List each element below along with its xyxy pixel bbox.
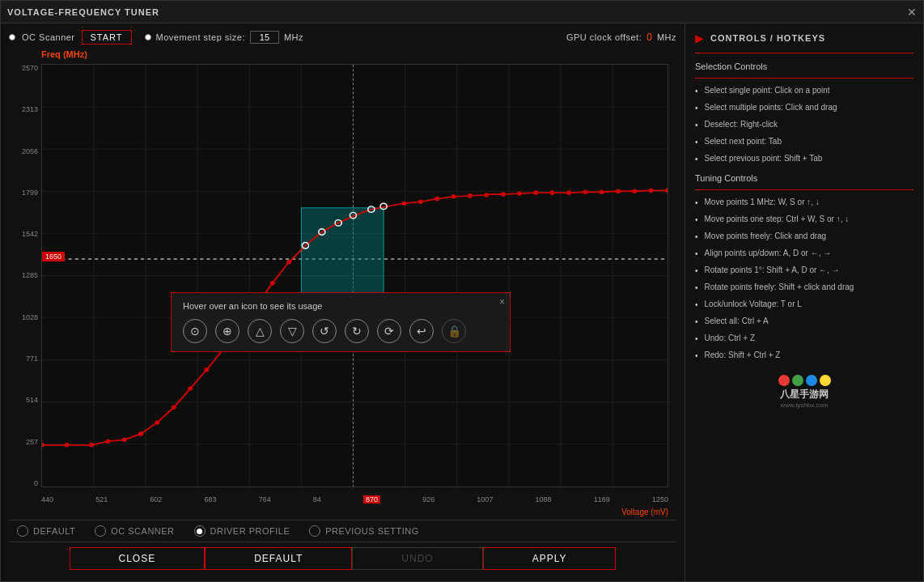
ht10-label: Redo: bbox=[705, 350, 727, 359]
tooltip-icon-up[interactable]: ⊙ bbox=[183, 319, 207, 343]
svg-point-32 bbox=[204, 367, 209, 372]
svg-point-30 bbox=[172, 406, 176, 410]
radio-prev-label: PREVIOUS SETTING bbox=[325, 526, 419, 536]
tooltip-icon-triangle-up[interactable]: △ bbox=[248, 319, 272, 343]
window-title: VOLTAGE-FREQUENCY TUNER bbox=[7, 7, 159, 17]
radio-default-circle bbox=[17, 525, 28, 537]
default-button[interactable]: DEFAULT bbox=[205, 547, 352, 570]
radio-oc-scanner[interactable]: OC SCANNER bbox=[95, 525, 174, 537]
x-label-440: 440 bbox=[41, 495, 53, 503]
top-controls: OC Scanner START Movement step size: MHz… bbox=[9, 30, 676, 45]
tooltip-title: Hover over an icon to see its usage bbox=[183, 301, 498, 311]
main-window: VOLTAGE-FREQUENCY TUNER ✕ OC Scanner STA… bbox=[0, 0, 924, 582]
y-label-1799: 1799 bbox=[22, 189, 38, 197]
watermark-site-name: 八星手游网 bbox=[780, 388, 829, 401]
svg-point-26 bbox=[105, 439, 110, 444]
x-label-1007: 1007 bbox=[477, 495, 493, 503]
y-label-2313: 2313 bbox=[22, 105, 38, 113]
main-area: OC Scanner START Movement step size: MHz… bbox=[1, 23, 923, 581]
apply-button[interactable]: APPLY bbox=[483, 547, 617, 570]
hs3-label: Deselect: bbox=[705, 120, 739, 129]
chart-container: Freq (MHz) bbox=[9, 49, 676, 520]
svg-point-23 bbox=[42, 443, 45, 448]
y-label-1542: 1542 bbox=[22, 230, 38, 238]
step-dot bbox=[145, 34, 151, 40]
svg-point-36 bbox=[270, 281, 275, 286]
radio-default-label: DEFAULT bbox=[33, 526, 75, 536]
gpu-offset-row: GPU clock offset: 0 MHz bbox=[566, 32, 676, 43]
tooltip-close-button[interactable]: × bbox=[499, 296, 505, 308]
svg-point-54 bbox=[566, 190, 571, 195]
x-label-870-highlight: 870 bbox=[363, 495, 380, 503]
radio-oc-label: OC SCANNER bbox=[111, 526, 174, 536]
hs5-label: Select previous point: bbox=[705, 154, 782, 163]
radio-previous-setting[interactable]: PREVIOUS SETTING bbox=[309, 525, 419, 537]
x-label-84: 84 bbox=[313, 495, 321, 503]
tooltip-icon-rotate-cw[interactable]: ↻ bbox=[345, 319, 369, 343]
x-label-1250: 1250 bbox=[652, 495, 668, 503]
tooltip-icon-reset[interactable]: ⟳ bbox=[377, 319, 401, 343]
oc-scanner-label: OC Scanner bbox=[22, 32, 75, 42]
svg-point-48 bbox=[468, 193, 473, 198]
title-bar: VOLTAGE-FREQUENCY TUNER ✕ bbox=[1, 1, 923, 23]
hs1-key: Click on a point bbox=[774, 86, 829, 95]
svg-point-60 bbox=[665, 189, 668, 193]
hs2-key: Click and drag bbox=[786, 103, 837, 112]
ht6-label: Rotate points freely: bbox=[705, 283, 777, 291]
right-panel: ▶ CONTROLS / HOTKEYS Selection Controls … bbox=[685, 23, 923, 581]
ht7-label: Lock/unlock Voltage: bbox=[705, 299, 779, 308]
y-label-1285: 1285 bbox=[22, 271, 38, 279]
close-button[interactable]: CLOSE bbox=[70, 547, 206, 570]
radio-driver-circle bbox=[194, 525, 206, 537]
panel-arrow-icon: ▶ bbox=[695, 32, 704, 45]
bottom-buttons: CLOSE DEFAULT UNDO APPLY bbox=[9, 542, 676, 575]
ht1-label: Move points 1 MHz: bbox=[705, 198, 776, 206]
y-label-514: 514 bbox=[26, 396, 38, 404]
hotkey-move-step: • Move points one step: Ctrl + W, S or ↑… bbox=[695, 214, 913, 226]
step-input[interactable] bbox=[250, 31, 279, 44]
svg-point-37 bbox=[286, 260, 291, 265]
y-label-771: 771 bbox=[26, 355, 38, 363]
gpu-offset-unit: MHz bbox=[657, 32, 676, 42]
ht9-label: Undo: bbox=[705, 333, 727, 342]
tooltip-icon-down[interactable]: ⊕ bbox=[215, 319, 239, 343]
window-close-button[interactable]: ✕ bbox=[907, 6, 917, 19]
svg-point-50 bbox=[501, 192, 506, 197]
start-button[interactable]: START bbox=[82, 30, 132, 45]
radio-driver-profile[interactable]: DRIVER PROFILE bbox=[194, 525, 290, 537]
ht5-label: Rotate points 1°: bbox=[705, 266, 765, 274]
svg-point-27 bbox=[122, 438, 127, 443]
tooltip-icon-undo[interactable]: ↩ bbox=[409, 319, 434, 343]
hs4-key: Tab bbox=[769, 137, 782, 146]
ht8-key: Ctrl + A bbox=[742, 316, 769, 325]
ht5-key: Shift + A, D or ←, → bbox=[766, 266, 839, 274]
radio-default[interactable]: DEFAULT bbox=[17, 525, 75, 537]
hotkey-undo: • Undo: Ctrl + Z bbox=[695, 333, 913, 345]
ht6-key: Shift + click and drag bbox=[778, 283, 854, 291]
step-label: Movement step size: bbox=[156, 32, 245, 42]
tooltip-box: × Hover over an icon to see its usage ⊙ … bbox=[171, 292, 511, 352]
ht10-key: Shift + Ctrl + Z bbox=[728, 350, 780, 359]
watermark-url: www.lyshbx.com bbox=[780, 401, 828, 409]
svg-point-57 bbox=[616, 189, 621, 194]
gpu-offset-label: GPU clock offset: bbox=[566, 32, 642, 42]
svg-point-51 bbox=[517, 191, 522, 196]
left-panel: OC Scanner START Movement step size: MHz… bbox=[1, 23, 685, 581]
ht4-key: A, D or ←, → bbox=[783, 249, 831, 257]
hs4-label: Select next point: bbox=[705, 137, 767, 146]
hotkey-lock-voltage: • Lock/unlock Voltage: T or L bbox=[695, 299, 913, 311]
freq-axis-label: Freq (MHz) bbox=[41, 49, 87, 59]
ht2-key: Ctrl + W, S or ↑, ↓ bbox=[786, 215, 849, 223]
hotkey-align: • Align points up/down: A, D or ←, → bbox=[695, 248, 913, 260]
x-label-521: 521 bbox=[95, 495, 108, 503]
chart-area[interactable]: 1650 bbox=[41, 64, 668, 487]
tooltip-icon-triangle-down[interactable]: ▽ bbox=[280, 319, 304, 343]
radio-oc-circle bbox=[95, 525, 106, 537]
tooltip-icon-lock[interactable]: 🔒 bbox=[442, 319, 466, 343]
svg-point-29 bbox=[155, 420, 159, 425]
tooltip-icon-rotate-ccw[interactable]: ↺ bbox=[312, 319, 337, 343]
radio-prev-circle bbox=[309, 525, 320, 537]
undo-button[interactable]: UNDO bbox=[352, 547, 482, 570]
chart-svg bbox=[42, 65, 668, 486]
ht9-key: Ctrl + Z bbox=[728, 333, 755, 342]
